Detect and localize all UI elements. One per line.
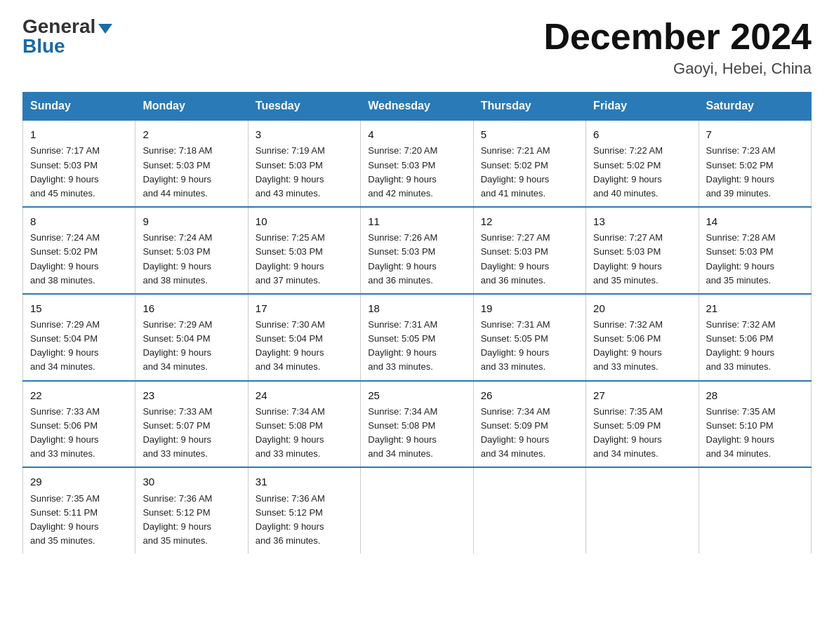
header-tuesday: Tuesday — [248, 93, 360, 121]
day-info: Sunrise: 7:23 AMSunset: 5:02 PMDaylight:… — [706, 145, 776, 198]
day-info: Sunrise: 7:27 AMSunset: 5:03 PMDaylight:… — [481, 232, 550, 285]
day-number: 24 — [256, 387, 353, 403]
day-number: 11 — [368, 213, 465, 229]
day-number: 17 — [256, 300, 353, 316]
table-row: 24Sunrise: 7:34 AMSunset: 5:08 PMDayligh… — [248, 381, 360, 468]
logo-general-line: General — [22, 17, 112, 36]
table-row: 22Sunrise: 7:33 AMSunset: 5:06 PMDayligh… — [23, 381, 135, 468]
day-info: Sunrise: 7:36 AMSunset: 5:12 PMDaylight:… — [256, 493, 325, 546]
table-row: 28Sunrise: 7:35 AMSunset: 5:10 PMDayligh… — [699, 381, 811, 468]
table-row: 19Sunrise: 7:31 AMSunset: 5:05 PMDayligh… — [473, 294, 585, 381]
table-row: 2Sunrise: 7:18 AMSunset: 5:03 PMDaylight… — [135, 120, 248, 207]
day-number: 23 — [143, 387, 240, 403]
day-number: 25 — [368, 387, 465, 403]
table-row: 15Sunrise: 7:29 AMSunset: 5:04 PMDayligh… — [23, 294, 135, 381]
table-row: 3Sunrise: 7:19 AMSunset: 5:03 PMDaylight… — [248, 120, 360, 207]
header-row: Sunday Monday Tuesday Wednesday Thursday… — [23, 93, 812, 121]
day-info: Sunrise: 7:33 AMSunset: 5:06 PMDaylight:… — [30, 406, 100, 459]
table-row: 18Sunrise: 7:31 AMSunset: 5:05 PMDayligh… — [361, 294, 473, 381]
day-number: 6 — [593, 126, 691, 142]
day-number: 10 — [256, 213, 353, 229]
day-info: Sunrise: 7:34 AMSunset: 5:09 PMDaylight:… — [481, 406, 550, 459]
day-info: Sunrise: 7:26 AMSunset: 5:03 PMDaylight:… — [368, 232, 437, 285]
day-number: 21 — [706, 300, 804, 316]
calendar-week-row: 29Sunrise: 7:35 AMSunset: 5:11 PMDayligh… — [23, 467, 812, 554]
table-row: 5Sunrise: 7:21 AMSunset: 5:02 PMDaylight… — [473, 120, 585, 207]
day-number: 8 — [30, 213, 128, 229]
table-row: 29Sunrise: 7:35 AMSunset: 5:11 PMDayligh… — [23, 467, 135, 554]
table-row: 6Sunrise: 7:22 AMSunset: 5:02 PMDaylight… — [586, 120, 699, 207]
calendar-week-row: 15Sunrise: 7:29 AMSunset: 5:04 PMDayligh… — [23, 294, 812, 381]
table-row: 11Sunrise: 7:26 AMSunset: 5:03 PMDayligh… — [361, 207, 473, 294]
table-row: 10Sunrise: 7:25 AMSunset: 5:03 PMDayligh… — [248, 207, 360, 294]
day-number: 18 — [368, 300, 465, 316]
month-title: December 2024 — [543, 17, 812, 57]
day-info: Sunrise: 7:35 AMSunset: 5:11 PMDaylight:… — [30, 493, 100, 546]
day-info: Sunrise: 7:24 AMSunset: 5:03 PMDaylight:… — [143, 232, 212, 285]
day-info: Sunrise: 7:33 AMSunset: 5:07 PMDaylight:… — [143, 406, 212, 459]
calendar-week-row: 1Sunrise: 7:17 AMSunset: 5:03 PMDaylight… — [23, 120, 812, 207]
day-info: Sunrise: 7:34 AMSunset: 5:08 PMDaylight:… — [368, 406, 437, 459]
table-row: 21Sunrise: 7:32 AMSunset: 5:06 PMDayligh… — [699, 294, 811, 381]
table-row: 30Sunrise: 7:36 AMSunset: 5:12 PMDayligh… — [135, 467, 248, 554]
day-number: 7 — [706, 126, 804, 142]
calendar-week-row: 8Sunrise: 7:24 AMSunset: 5:02 PMDaylight… — [23, 207, 812, 294]
day-info: Sunrise: 7:25 AMSunset: 5:03 PMDaylight:… — [256, 232, 325, 285]
table-row: 25Sunrise: 7:34 AMSunset: 5:08 PMDayligh… — [361, 381, 473, 468]
table-row: 8Sunrise: 7:24 AMSunset: 5:02 PMDaylight… — [23, 207, 135, 294]
calendar-table: Sunday Monday Tuesday Wednesday Thursday… — [22, 92, 812, 554]
header-saturday: Saturday — [699, 93, 811, 121]
day-number: 1 — [30, 126, 128, 142]
table-row: 20Sunrise: 7:32 AMSunset: 5:06 PMDayligh… — [586, 294, 699, 381]
header-sunday: Sunday — [23, 93, 135, 121]
day-info: Sunrise: 7:17 AMSunset: 5:03 PMDaylight:… — [30, 145, 100, 198]
table-row: 17Sunrise: 7:30 AMSunset: 5:04 PMDayligh… — [248, 294, 360, 381]
title-block: December 2024 Gaoyi, Hebei, China — [543, 17, 812, 78]
table-row — [586, 467, 699, 554]
page-header: General Blue December 2024 Gaoyi, Hebei,… — [22, 17, 812, 78]
day-info: Sunrise: 7:35 AMSunset: 5:10 PMDaylight:… — [706, 406, 776, 459]
day-number: 29 — [30, 474, 128, 490]
table-row — [699, 467, 811, 554]
day-info: Sunrise: 7:35 AMSunset: 5:09 PMDaylight:… — [593, 406, 663, 459]
table-row: 14Sunrise: 7:28 AMSunset: 5:03 PMDayligh… — [699, 207, 811, 294]
day-info: Sunrise: 7:32 AMSunset: 5:06 PMDaylight:… — [706, 319, 776, 372]
calendar-week-row: 22Sunrise: 7:33 AMSunset: 5:06 PMDayligh… — [23, 381, 812, 468]
logo: General Blue — [22, 17, 112, 56]
table-row: 23Sunrise: 7:33 AMSunset: 5:07 PMDayligh… — [135, 381, 248, 468]
table-row — [473, 467, 585, 554]
header-wednesday: Wednesday — [361, 93, 473, 121]
location-text: Gaoyi, Hebei, China — [543, 60, 812, 78]
day-number: 4 — [368, 126, 465, 142]
day-number: 3 — [256, 126, 353, 142]
day-number: 15 — [30, 300, 128, 316]
day-info: Sunrise: 7:18 AMSunset: 5:03 PMDaylight:… — [143, 145, 212, 198]
day-number: 19 — [481, 300, 578, 316]
logo-general-text: General — [22, 15, 95, 37]
day-info: Sunrise: 7:28 AMSunset: 5:03 PMDaylight:… — [706, 232, 776, 285]
day-number: 31 — [256, 474, 353, 490]
day-info: Sunrise: 7:31 AMSunset: 5:05 PMDaylight:… — [368, 319, 437, 372]
day-info: Sunrise: 7:31 AMSunset: 5:05 PMDaylight:… — [481, 319, 550, 372]
table-row: 13Sunrise: 7:27 AMSunset: 5:03 PMDayligh… — [586, 207, 699, 294]
logo-triangle-icon — [98, 24, 112, 34]
day-number: 9 — [143, 213, 240, 229]
table-row: 9Sunrise: 7:24 AMSunset: 5:03 PMDaylight… — [135, 207, 248, 294]
day-info: Sunrise: 7:34 AMSunset: 5:08 PMDaylight:… — [256, 406, 325, 459]
day-info: Sunrise: 7:27 AMSunset: 5:03 PMDaylight:… — [593, 232, 663, 285]
day-info: Sunrise: 7:24 AMSunset: 5:02 PMDaylight:… — [30, 232, 100, 285]
table-row: 4Sunrise: 7:20 AMSunset: 5:03 PMDaylight… — [361, 120, 473, 207]
day-number: 16 — [143, 300, 240, 316]
day-info: Sunrise: 7:20 AMSunset: 5:03 PMDaylight:… — [368, 145, 437, 198]
day-number: 20 — [593, 300, 691, 316]
day-number: 5 — [481, 126, 578, 142]
header-monday: Monday — [135, 93, 248, 121]
day-number: 30 — [143, 474, 240, 490]
day-info: Sunrise: 7:36 AMSunset: 5:12 PMDaylight:… — [143, 493, 212, 546]
day-info: Sunrise: 7:22 AMSunset: 5:02 PMDaylight:… — [593, 145, 663, 198]
day-number: 13 — [593, 213, 691, 229]
day-number: 26 — [481, 387, 578, 403]
calendar-body: 1Sunrise: 7:17 AMSunset: 5:03 PMDaylight… — [23, 120, 812, 554]
table-row: 27Sunrise: 7:35 AMSunset: 5:09 PMDayligh… — [586, 381, 699, 468]
day-info: Sunrise: 7:32 AMSunset: 5:06 PMDaylight:… — [593, 319, 663, 372]
